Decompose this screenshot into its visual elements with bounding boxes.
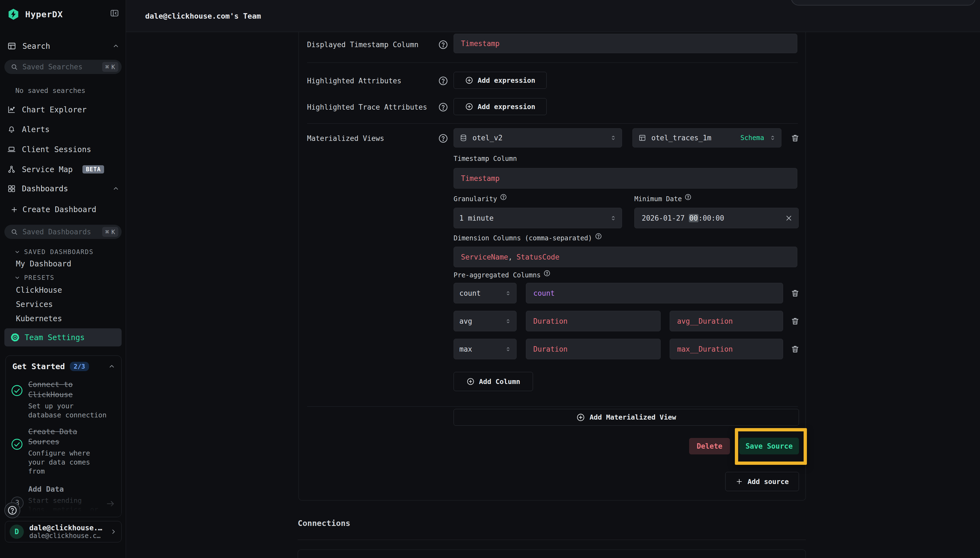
step-connect-clickhouse[interactable]: Connect to ClickHouse Set up your databa…	[28, 379, 111, 420]
group-saved-dashboards[interactable]: SAVED DASHBOARDS	[14, 248, 94, 255]
cmd-key-icon: ⌘	[105, 228, 109, 235]
add-expression-button[interactable]: Add expression	[453, 72, 547, 89]
chevron-up-icon[interactable]	[108, 363, 115, 370]
chevron-up-icon[interactable]	[112, 43, 119, 49]
search-icon	[10, 63, 18, 71]
select-chevrons-icon	[505, 318, 511, 325]
question-circle-icon[interactable]	[684, 194, 692, 201]
sidebar-item-services[interactable]: Services	[16, 300, 53, 309]
pre-aggregated-label: Pre-aggregated Columns	[453, 271, 551, 279]
aggregation-fn-select[interactable]: avg	[453, 311, 517, 332]
sidebar-item-dashboards[interactable]: Dashboards	[7, 183, 119, 194]
delete-view-icon[interactable]	[790, 128, 801, 148]
aggregation-fn-select[interactable]: count	[453, 283, 517, 304]
aggregation-fn-select[interactable]: max	[453, 339, 517, 359]
database-value: otel_v2	[473, 134, 502, 142]
question-circle-icon[interactable]	[595, 233, 602, 240]
dashboards-icon	[7, 184, 16, 193]
question-circle-icon[interactable]	[500, 194, 507, 201]
select-chevrons-icon	[505, 346, 511, 353]
circle-plus-icon	[576, 413, 585, 422]
table-select[interactable]: otel_traces_1m Schema	[632, 128, 781, 148]
chevron-up-icon[interactable]	[112, 185, 119, 192]
question-circle-icon[interactable]	[438, 39, 448, 50]
floating-toolbar	[791, 0, 976, 5]
dimension-columns-input[interactable]: ServiceName , StatusCode	[453, 247, 797, 267]
collapse-sidebar-icon[interactable]	[110, 8, 119, 18]
expression-input[interactable]: Duration	[526, 339, 661, 359]
create-dashboard-button[interactable]: Create Dashboard	[10, 205, 97, 214]
connections-panel	[298, 550, 806, 558]
delete-source-button[interactable]: Delete	[689, 438, 730, 455]
cmd-key-icon: ⌘	[105, 64, 109, 71]
laptop-icon	[7, 145, 16, 154]
timestamp-column-label: Timestamp Column	[453, 155, 517, 162]
expression-input[interactable]: Duration	[526, 311, 661, 332]
question-circle-icon[interactable]	[543, 270, 551, 277]
materialized-views-label: Materialized Views	[307, 133, 452, 144]
sidebar-item-client-sessions[interactable]: Client Sessions	[7, 143, 119, 155]
sidebar-item-chart-explorer[interactable]: Chart Explorer	[7, 103, 119, 116]
saved-searches-placeholder: Saved Searches	[23, 63, 98, 71]
delete-column-icon[interactable]	[790, 339, 801, 359]
delete-column-icon[interactable]	[790, 283, 801, 304]
save-source-button[interactable]: Save Source	[739, 438, 799, 455]
sidebar-item-team-settings[interactable]: Team Settings	[4, 328, 122, 346]
add-column-button[interactable]: Add Column	[453, 372, 533, 391]
expression-input[interactable]: count	[526, 283, 783, 304]
step-desc: Set up your database connection	[28, 402, 111, 420]
check-circle-icon	[11, 384, 23, 397]
add-expression-button[interactable]: Add expression	[453, 98, 547, 115]
check-circle-icon	[11, 438, 23, 451]
search-section-icon	[7, 41, 16, 51]
clear-date-icon[interactable]	[785, 214, 793, 222]
get-started-card: Get Started 2/3 Connect to ClickHouse Se…	[5, 356, 122, 517]
page-title: dale@clickhouse.com's Team	[145, 0, 261, 32]
bell-icon	[7, 125, 16, 134]
user-menu[interactable]: D dale@clickhouse.… dale@clickhouse.c…	[5, 521, 122, 542]
question-circle-icon[interactable]	[438, 133, 448, 144]
chevron-down-icon	[14, 275, 20, 281]
sidebar-item-my-dashboard[interactable]: My Dashboard	[16, 259, 71, 268]
mv-timestamp-input[interactable]: Timestamp	[453, 168, 797, 189]
user-name: dale@clickhouse.…	[29, 524, 104, 532]
displayed-timestamp-input[interactable]: Timestamp	[453, 34, 797, 53]
sidebar-item-clickhouse[interactable]: ClickHouse	[16, 286, 62, 295]
plus-icon	[735, 478, 743, 485]
delete-column-icon[interactable]	[790, 311, 801, 332]
alias-input[interactable]: avg__Duration	[670, 311, 783, 332]
brand-name: HyperDX	[25, 9, 63, 19]
sidebar-item-search[interactable]: Search	[7, 41, 119, 51]
saved-dashboards-input[interactable]: Saved Dashboards ⌘ K	[4, 225, 122, 239]
brand-row: HyperDX	[7, 7, 63, 22]
add-materialized-view-button[interactable]: Add Materialized View	[453, 409, 799, 426]
saved-searches-input[interactable]: Saved Searches ⌘ K	[4, 60, 122, 74]
minimum-date-input[interactable]: 2026-01-27 00 :00:00	[634, 208, 799, 228]
alias-input[interactable]: max__Duration	[670, 339, 783, 359]
help-button[interactable]	[4, 502, 20, 518]
highlighted-attributes-label: Highlighted Attributes	[307, 75, 452, 86]
question-circle-icon[interactable]	[438, 75, 448, 86]
displayed-timestamp-label: Displayed Timestamp Column	[307, 39, 452, 50]
schema-link[interactable]: Schema	[740, 134, 764, 142]
highlighted-trace-attributes-label: Highlighted Trace Attributes	[307, 102, 452, 113]
saved-dashboards-placeholder: Saved Dashboards	[23, 228, 98, 236]
user-email: dale@clickhouse.c…	[29, 532, 104, 540]
group-presets[interactable]: PRESETS	[14, 274, 54, 281]
select-chevrons-icon	[610, 134, 617, 141]
select-chevrons-icon	[610, 215, 617, 222]
search-section-label: Search	[23, 42, 50, 51]
dimension-columns-label: Dimension Columns (comma-separated)	[453, 234, 602, 242]
sidebar-item-service-map[interactable]: Service Map BETA	[7, 163, 119, 176]
database-select[interactable]: otel_v2	[453, 128, 622, 148]
sidebar-item-kubernetes[interactable]: Kubernetes	[16, 314, 62, 323]
granularity-select[interactable]: 1 minute	[453, 208, 622, 228]
database-icon	[459, 134, 468, 142]
step-create-data-sources[interactable]: Create Data Sources Configure where your…	[28, 427, 111, 476]
add-source-button[interactable]: Add source	[725, 472, 799, 491]
circle-plus-icon	[465, 102, 473, 111]
question-circle-icon[interactable]	[438, 102, 448, 112]
shortcut-badge: ⌘ K	[102, 227, 119, 237]
selected-time-segment[interactable]: 00	[689, 214, 699, 222]
sidebar-item-alerts[interactable]: Alerts	[7, 123, 119, 135]
